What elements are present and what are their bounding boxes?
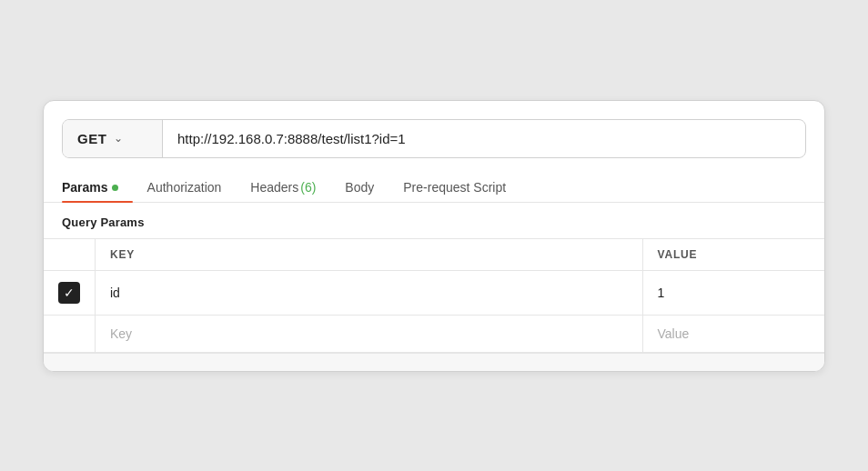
tab-pre-request-script[interactable]: Pre-request Script <box>389 173 520 202</box>
headers-badge: (6) <box>300 180 316 195</box>
chevron-down-icon: ⌄ <box>114 132 123 145</box>
row-value-cell[interactable]: 1 <box>642 270 824 315</box>
bottom-bar <box>44 353 824 371</box>
row-value-value: 1 <box>658 286 665 300</box>
tab-pre-request-label: Pre-request Script <box>403 180 506 195</box>
row-key-value: id <box>110 286 120 300</box>
tabs-bar: Params Authorization Headers(6) Body Pre… <box>44 173 824 203</box>
row-checkbox-cell[interactable]: ✓ <box>44 270 96 315</box>
tab-authorization-label: Authorization <box>147 180 222 195</box>
row-key-cell[interactable]: id <box>96 270 643 315</box>
url-input[interactable] <box>163 120 805 157</box>
url-bar: GET ⌄ <box>62 119 806 158</box>
checkbox-checked-icon: ✓ <box>58 282 80 304</box>
tab-headers[interactable]: Headers(6) <box>236 173 330 202</box>
tab-body-label: Body <box>345 180 374 195</box>
method-dropdown[interactable]: GET ⌄ <box>63 120 163 157</box>
col-header-checkbox <box>44 238 96 270</box>
tab-authorization[interactable]: Authorization <box>133 173 237 202</box>
query-params-title: Query Params <box>44 203 824 238</box>
empty-value-cell[interactable]: Value <box>642 315 824 352</box>
empty-checkbox-cell <box>44 315 96 352</box>
params-table: KEY VALUE ✓ id 1 Key <box>44 238 824 353</box>
tab-body[interactable]: Body <box>330 173 389 202</box>
params-active-dot <box>112 185 118 191</box>
value-placeholder: Value <box>658 326 690 341</box>
main-card: GET ⌄ Params Authorization Headers(6) Bo… <box>43 100 825 372</box>
empty-row: Key Value <box>44 315 824 352</box>
tab-params[interactable]: Params <box>62 173 133 202</box>
empty-key-cell[interactable]: Key <box>96 315 643 352</box>
key-placeholder: Key <box>110 326 132 341</box>
tab-params-label: Params <box>62 180 108 195</box>
table-row: ✓ id 1 <box>44 270 824 315</box>
col-header-key: KEY <box>96 238 643 270</box>
tab-headers-label: Headers <box>250 180 298 195</box>
method-label: GET <box>77 131 106 146</box>
col-header-value: VALUE <box>642 238 824 270</box>
